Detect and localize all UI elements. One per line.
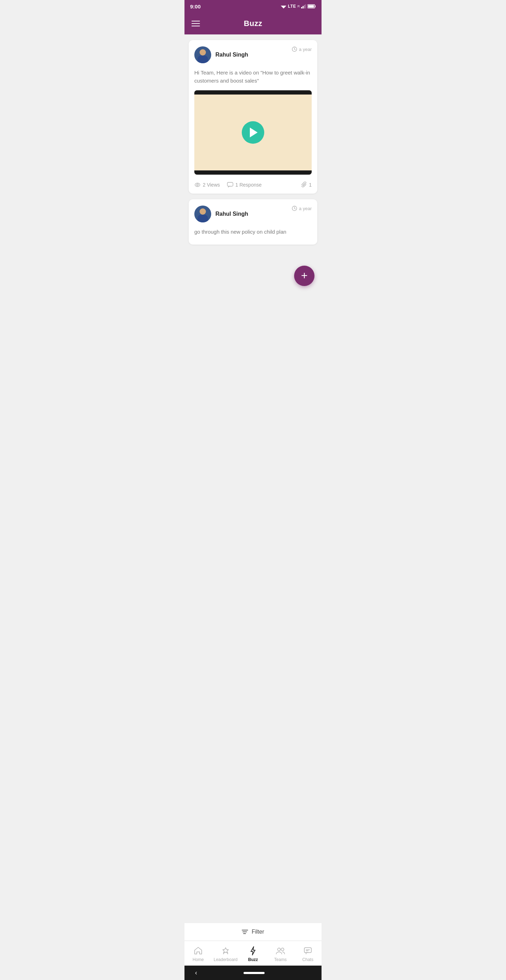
page-title: Buzz: [200, 19, 306, 28]
post-card-2: Rahul Singh a year go through this new p…: [189, 199, 317, 245]
chat-icon: [227, 182, 233, 188]
nav-item-leaderboard[interactable]: Leaderboard: [212, 945, 239, 964]
nav-item-teams[interactable]: Teams: [267, 945, 294, 964]
svg-marker-1: [282, 6, 286, 8]
buzz-icon: [248, 946, 258, 956]
lte-r: R: [298, 5, 300, 8]
status-icons: LTE R: [281, 4, 316, 9]
post-header-2: Rahul Singh a year: [194, 205, 312, 223]
video-container-1[interactable]: [194, 90, 312, 175]
lte-indicator: LTE: [288, 4, 296, 9]
home-pill[interactable]: [243, 972, 264, 974]
clock-icon-2: [292, 205, 297, 211]
svg-rect-5: [306, 4, 306, 8]
app-header: Buzz: [185, 13, 321, 35]
menu-button[interactable]: [191, 21, 200, 26]
hamburger-line-3: [191, 25, 200, 26]
post-time-1: a year: [292, 46, 312, 52]
views-stat: 2 Views: [194, 182, 220, 188]
post-card-1: Rahul Singh a year Hi Team, Here is a vi…: [189, 40, 317, 194]
svg-rect-4: [304, 5, 305, 8]
user-name-1: Rahul Singh: [215, 52, 248, 58]
status-time: 9:00: [190, 3, 200, 10]
clock-icon-1: [292, 46, 297, 52]
nav-label-leaderboard: Leaderboard: [214, 957, 237, 962]
post-footer-1: 2 Views 1 Response 1: [194, 180, 312, 188]
wifi-icon: [281, 4, 286, 8]
attachments-stat: 1: [301, 182, 312, 188]
home-icon: [193, 946, 203, 956]
post-user-2: Rahul Singh: [194, 205, 248, 223]
filter-line-1: [242, 930, 248, 931]
nav-label-teams: Teams: [274, 957, 286, 962]
filter-bar[interactable]: Filter: [185, 923, 321, 941]
teams-icon: [275, 946, 285, 956]
play-button[interactable]: [242, 121, 264, 144]
time-ago-1: a year: [299, 47, 312, 52]
video-bar-bottom: [194, 170, 312, 175]
views-count: 2 Views: [203, 182, 220, 188]
responses-stat: 1 Response: [227, 182, 262, 188]
bottom-nav: Home Leaderboard Buzz: [185, 941, 321, 966]
status-bar: 9:00 LTE R: [185, 0, 321, 13]
play-triangle-icon: [250, 127, 258, 137]
post-header-1: Rahul Singh a year: [194, 46, 312, 63]
post-message-2: go through this new policy on child plan: [194, 228, 312, 239]
avatar-1: [194, 46, 211, 63]
hamburger-line-1: [191, 21, 200, 21]
svg-rect-2: [301, 7, 302, 8]
filter-lines: [242, 930, 248, 934]
video-thumbnail-1[interactable]: [194, 90, 312, 175]
svg-point-15: [281, 948, 284, 951]
back-button[interactable]: ‹: [195, 969, 197, 977]
post-message-1: Hi Team, Here is a video on "How to gree…: [194, 69, 312, 85]
fab-plus-icon: +: [301, 270, 308, 281]
attachment-count: 1: [309, 182, 312, 188]
video-bar-top: [194, 90, 312, 94]
user-name-2: Rahul Singh: [215, 211, 248, 217]
leaderboard-icon: [221, 946, 231, 956]
svg-rect-12: [228, 182, 233, 186]
main-content: Rahul Singh a year Hi Team, Here is a vi…: [185, 35, 321, 923]
time-ago-2: a year: [299, 206, 312, 211]
svg-rect-3: [302, 6, 304, 8]
avatar-2: [194, 205, 211, 223]
avatar-image-2: [194, 205, 211, 223]
signal-icon: [301, 4, 306, 8]
svg-point-10: [195, 183, 200, 186]
post-user-1: Rahul Singh: [194, 46, 248, 63]
svg-rect-8: [308, 5, 314, 8]
filter-line-2: [242, 932, 247, 932]
svg-rect-16: [304, 948, 311, 953]
responses-count: 1 Response: [235, 182, 262, 188]
nav-item-home[interactable]: Home: [185, 945, 212, 964]
filter-label: Filter: [251, 929, 264, 935]
attachment-icon: [301, 182, 307, 188]
svg-rect-7: [315, 6, 315, 7]
system-nav-bar: ‹: [185, 966, 321, 980]
nav-label-buzz: Buzz: [248, 957, 258, 962]
nav-item-chats[interactable]: Chats: [294, 945, 321, 964]
post-time-2: a year: [292, 205, 312, 211]
svg-point-11: [197, 184, 199, 186]
filter-icon: [242, 930, 248, 934]
chats-icon: [303, 946, 313, 956]
battery-icon: [307, 4, 316, 8]
avatar-image-1: [194, 46, 211, 63]
svg-point-14: [278, 948, 280, 951]
nav-label-home: Home: [193, 957, 204, 962]
eye-icon: [194, 183, 200, 187]
hamburger-line-2: [191, 23, 200, 24]
nav-label-chats: Chats: [302, 957, 313, 962]
nav-item-buzz[interactable]: Buzz: [239, 945, 267, 964]
fab-button[interactable]: +: [294, 266, 315, 286]
filter-line-3: [243, 933, 246, 934]
